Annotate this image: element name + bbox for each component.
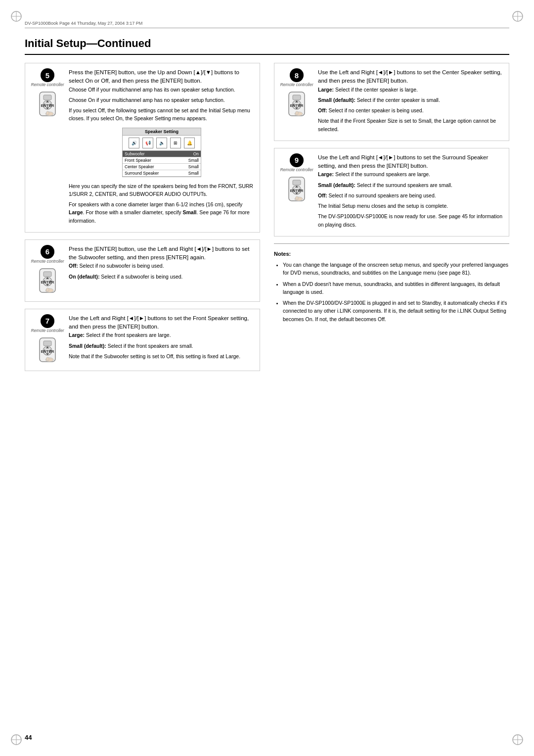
step-5-body: Choose Off if your multichannel amp has … bbox=[69, 86, 255, 123]
ss-icon-2: 📢 bbox=[142, 138, 153, 148]
corner-mark-tl bbox=[9, 9, 24, 24]
step-7-number: 7 bbox=[41, 314, 54, 328]
step-6-number: 6 bbox=[41, 245, 54, 259]
step-6-instruction: Press the [ENTER] button, use the Left a… bbox=[69, 245, 255, 262]
step-7-content: 7 Remote controller ENTER bbox=[30, 314, 255, 366]
step-5-box: 5 Remote controller ENTER bbox=[25, 63, 260, 233]
step-6-rc-col: 6 Remote controller ENTER bbox=[30, 245, 65, 296]
svg-text:ENTER: ENTER bbox=[290, 189, 303, 193]
speaker-setting-box: Speaker Setting 🔊 📢 🔈 ⊞ 🔔 SubwooferOn Fr… bbox=[122, 128, 201, 177]
svg-rect-23 bbox=[44, 272, 51, 277]
ss-icon-3: 🔈 bbox=[156, 138, 167, 148]
note-item-2: When a DVD doesn't have menus, soundtrac… bbox=[283, 280, 509, 296]
step-9-content: 9 Remote controller ENTER bbox=[279, 153, 504, 231]
step-5-rc-col: 5 Remote controller ENTER bbox=[30, 68, 65, 227]
svg-text:ENTER: ENTER bbox=[41, 103, 54, 108]
step-7-rc-icon: ENTER bbox=[36, 337, 59, 363]
note-item-1: You can change the language of the onscr… bbox=[283, 261, 509, 277]
svg-rect-53 bbox=[293, 180, 301, 185]
step-8-number: 8 bbox=[290, 68, 304, 82]
doc-filename: DV-SP1000Book Page 44 Thursday, May 27, … bbox=[25, 21, 142, 26]
step-6-content: 6 Remote controller ENTER bbox=[30, 245, 255, 296]
note-item-3: When the DV-SP1000/DV-SP1000E is plugged… bbox=[283, 299, 509, 323]
corner-mark-tr bbox=[510, 9, 525, 24]
step-8-rc-label: Remote controller bbox=[280, 82, 313, 87]
step-6-text: Press the [ENTER] button, use the Left a… bbox=[69, 245, 255, 296]
step-8-rc-col: 8 Remote controller ENTER bbox=[279, 68, 314, 136]
step-8-box: 8 Remote controller ENTER bbox=[274, 63, 509, 141]
page-title: Initial Setup—Continued bbox=[25, 37, 509, 55]
step-5-body2: Here you can specify the size of the spe… bbox=[69, 182, 255, 225]
step-8-instruction: Use the Left and Right [◄]/[►] buttons t… bbox=[318, 68, 504, 86]
notes-divider bbox=[274, 243, 509, 244]
step-5-rc-label: Remote controller bbox=[31, 82, 64, 87]
step-7-rc-label: Remote controller bbox=[31, 328, 64, 333]
step-8-rc-icon: ENTER bbox=[285, 91, 309, 117]
svg-rect-33 bbox=[44, 341, 51, 346]
step-7-rc-col: 7 Remote controller ENTER bbox=[30, 314, 65, 366]
step-9-text: Use the Left and Right [◄]/[►] buttons t… bbox=[318, 153, 504, 231]
svg-rect-51 bbox=[296, 111, 298, 115]
step-6-rc-icon: ENTER bbox=[36, 268, 59, 293]
notes-list: You can change the language of the onscr… bbox=[274, 261, 509, 323]
notes-section: Notes: You can change the language of th… bbox=[274, 250, 509, 323]
svg-rect-13 bbox=[44, 95, 51, 100]
corner-mark-bl bbox=[9, 732, 24, 747]
step-8-body: Large: Select if the center speaker is l… bbox=[318, 86, 504, 133]
step-5-instruction: Press the [ENTER] button, use the Up and… bbox=[69, 68, 255, 86]
svg-rect-31 bbox=[46, 288, 49, 291]
step-7-body: Large: Select if the front speakers are … bbox=[69, 331, 255, 360]
svg-text:ENTER: ENTER bbox=[41, 280, 54, 284]
svg-text:ENTER: ENTER bbox=[41, 349, 54, 354]
ss-icons: 🔊 📢 🔈 ⊞ 🔔 bbox=[123, 136, 201, 151]
step-9-body: Large: Select if the surround speakers a… bbox=[318, 170, 504, 229]
svg-rect-43 bbox=[293, 95, 301, 100]
step-9-number: 9 bbox=[290, 153, 304, 167]
svg-rect-21 bbox=[46, 111, 49, 115]
step-8-text: Use the Left and Right [◄]/[►] buttons t… bbox=[318, 68, 504, 136]
step-5-text: Press the [ENTER] button, use the Up and… bbox=[69, 68, 255, 227]
step-5-content: 5 Remote controller ENTER bbox=[30, 68, 255, 227]
two-column-layout: 5 Remote controller ENTER bbox=[25, 63, 509, 378]
step-5-rc-icon: ENTER bbox=[36, 91, 59, 117]
step-9-rc-label: Remote controller bbox=[280, 167, 313, 172]
right-column: 8 Remote controller ENTER bbox=[274, 63, 509, 378]
corner-mark-br bbox=[510, 732, 525, 747]
step-8-content: 8 Remote controller ENTER bbox=[279, 68, 504, 136]
ss-table: SubwooferOn Front SpeakerSmall Center Sp… bbox=[123, 151, 201, 177]
doc-header: DV-SP1000Book Page 44 Thursday, May 27, … bbox=[25, 20, 509, 28]
step-9-instruction: Use the Left and Right [◄]/[►] buttons t… bbox=[318, 153, 504, 171]
svg-rect-41 bbox=[46, 357, 49, 361]
ss-icon-5: 🔔 bbox=[184, 138, 195, 148]
step-5-number: 5 bbox=[41, 68, 54, 82]
page-number: 44 bbox=[25, 734, 32, 741]
left-column: 5 Remote controller ENTER bbox=[25, 63, 260, 378]
ss-icon-1: 🔊 bbox=[129, 138, 139, 148]
step-6-rc-label: Remote controller bbox=[31, 259, 64, 264]
step-6-body: Off: Select if no subwoofer is being use… bbox=[69, 262, 255, 281]
notes-title: Notes: bbox=[274, 250, 509, 258]
step-9-rc-icon: ENTER bbox=[285, 176, 309, 202]
svg-text:ENTER: ENTER bbox=[290, 103, 303, 108]
step-7-box: 7 Remote controller ENTER bbox=[25, 309, 260, 371]
step-7-instruction: Use the Left and Right [◄]/[►] buttons t… bbox=[69, 314, 255, 331]
step-7-text: Use the Left and Right [◄]/[►] buttons t… bbox=[69, 314, 255, 366]
ss-icon-4: ⊞ bbox=[170, 138, 181, 148]
svg-rect-61 bbox=[296, 196, 298, 200]
step-6-box: 6 Remote controller ENTER bbox=[25, 239, 260, 302]
step-9-box: 9 Remote controller ENTER bbox=[274, 148, 509, 236]
ss-title: Speaker Setting bbox=[123, 128, 201, 136]
step-9-rc-col: 9 Remote controller ENTER bbox=[279, 153, 314, 231]
